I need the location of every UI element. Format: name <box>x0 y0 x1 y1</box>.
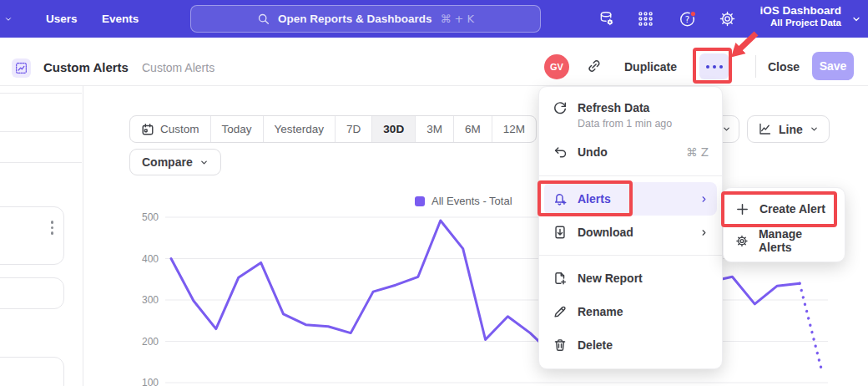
nav-item-events[interactable]: Events <box>102 0 139 38</box>
svg-text:100: 100 <box>142 377 159 386</box>
calendar-icon <box>141 123 154 136</box>
menu-divider <box>539 255 722 256</box>
chevron-right-icon <box>699 195 709 204</box>
duplicate-button[interactable]: Duplicate <box>624 60 677 74</box>
report-icon <box>12 58 31 78</box>
menu-divider <box>539 175 722 176</box>
sidebar-divider <box>0 162 82 163</box>
svg-text:500: 500 <box>142 211 159 223</box>
menu-item-delete[interactable]: Delete <box>539 328 722 362</box>
notification-dot <box>690 11 696 17</box>
app-window: 500400300200100 All Events - Total Custo… <box>0 0 868 386</box>
chevron-down-icon <box>4 15 13 23</box>
bell-plus-icon <box>553 191 568 206</box>
menu-item-download[interactable]: Download <box>539 216 722 249</box>
tab-label: Custom <box>160 123 199 135</box>
settings-gear-icon[interactable] <box>719 10 736 28</box>
menu-item-rename[interactable]: Rename <box>539 295 722 328</box>
date-range-3m[interactable]: 3M <box>416 116 454 142</box>
chevron-down-icon <box>199 158 209 167</box>
download-icon <box>553 225 568 240</box>
date-range-yesterday[interactable]: Yesterday <box>264 116 336 142</box>
menu-item-new-report[interactable]: New Report <box>539 262 722 295</box>
alerts-submenu: Create Alert Manage Alerts <box>723 187 845 262</box>
kebab-menu-icon[interactable] <box>51 221 54 235</box>
search-icon <box>257 13 270 25</box>
project-title: iOS Dashboard <box>760 4 841 17</box>
apps-grid-icon[interactable] <box>637 10 654 28</box>
trash-icon <box>553 338 568 353</box>
chevron-down-icon <box>810 124 819 134</box>
header-divider <box>755 55 756 78</box>
svg-text:?: ? <box>685 15 689 24</box>
pencil-icon <box>553 304 568 319</box>
report-header: Custom Alerts Custom Alerts GV Duplicate… <box>0 38 868 86</box>
legend-label: All Events - Total <box>431 195 512 207</box>
more-options-button[interactable] <box>699 53 729 79</box>
search-placeholder: Open Reports & Dashboards <box>278 13 432 25</box>
sidebar-card[interactable] <box>0 277 64 309</box>
date-range-7d[interactable]: 7D <box>336 116 372 142</box>
project-switcher[interactable]: iOS Dashboard All Project Data <box>760 4 841 28</box>
sidebar-card[interactable] <box>0 206 64 265</box>
compare-button[interactable]: Compare <box>129 149 221 175</box>
save-button[interactable]: Save <box>812 52 854 80</box>
refresh-icon <box>553 100 568 115</box>
project-subtitle: All Project Data <box>760 18 841 28</box>
menu-item-sublabel: Data from 1 min ago <box>578 118 709 130</box>
chevron-down-icon <box>722 124 731 134</box>
sidebar-card[interactable] <box>0 357 64 386</box>
shortcut-label: ⌘ Z <box>686 145 709 159</box>
chart-type-button[interactable]: Line <box>747 115 830 143</box>
submenu-item-create-alert[interactable]: Create Alert <box>724 193 845 225</box>
avatar[interactable]: GV <box>544 54 569 79</box>
new-report-icon <box>553 271 568 286</box>
menu-item-alerts[interactable]: Alerts <box>544 182 717 216</box>
top-navbar: s Users Events Open Reports & Dashboards… <box>0 0 868 38</box>
svg-text:400: 400 <box>142 253 159 265</box>
close-button[interactable]: Close <box>768 60 800 74</box>
svg-text:300: 300 <box>142 294 159 306</box>
date-range-12m[interactable]: 12M <box>492 116 536 142</box>
sidebar-divider <box>0 131 82 132</box>
undo-icon <box>553 145 568 160</box>
svg-text:200: 200 <box>142 336 159 348</box>
chevron-right-icon <box>699 228 709 237</box>
search-shortcut: ⌘ + K <box>440 13 474 25</box>
date-range-6m[interactable]: 6M <box>454 116 492 142</box>
more-options-menu: Refresh Data Data from 1 min ago Undo ⌘ … <box>538 86 723 369</box>
sidebar-divider <box>0 93 82 94</box>
nav-item-truncated[interactable]: s <box>0 0 13 38</box>
gear-icon <box>735 234 749 248</box>
nav-item-users[interactable]: Users <box>46 0 78 38</box>
data-sources-icon[interactable] <box>598 10 615 28</box>
date-range-30d[interactable]: 30D <box>372 116 416 142</box>
copy-link-icon[interactable] <box>586 58 603 74</box>
date-range-today[interactable]: Today <box>211 116 264 142</box>
line-chart-icon <box>758 122 772 136</box>
chevron-down-icon[interactable] <box>851 14 861 24</box>
page-title: Custom Alerts <box>43 60 129 74</box>
global-search-input[interactable]: Open Reports & Dashboards ⌘ + K <box>190 5 541 33</box>
menu-item-refresh-data[interactable]: Refresh Data Data from 1 min ago <box>539 94 722 135</box>
menu-item-undo[interactable]: Undo ⌘ Z <box>539 135 722 170</box>
chart-legend: All Events - Total <box>415 195 512 207</box>
left-sidebar <box>0 86 83 386</box>
legend-swatch <box>415 196 425 206</box>
breadcrumb: Custom Alerts <box>142 61 214 74</box>
date-range-custom[interactable]: Custom <box>130 116 211 142</box>
submenu-item-manage-alerts[interactable]: Manage Alerts <box>724 225 845 256</box>
plus-icon <box>735 202 749 216</box>
date-range-control: Custom Today Yesterday 7D 30D 3M 6M 12M <box>129 115 537 143</box>
help-icon[interactable]: ? <box>679 10 696 28</box>
